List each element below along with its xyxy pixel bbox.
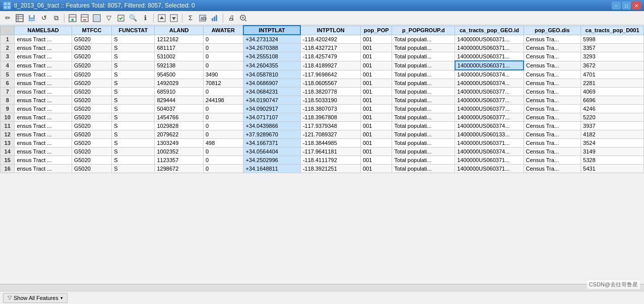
col-header-INTPTLON[interactable]: INTPTLON [300,26,360,35]
table-row[interactable]: 16ensus Tract ...G5020S12986720+34.16488… [1,165,644,173]
col-header-FUNCSTAT[interactable]: FUNCSTAT [112,26,155,35]
svg-rect-29 [216,15,217,21]
cell-ca_tracts_pop_D001: 3293 [581,52,644,61]
cell-ALAND: 1298672 [155,165,203,173]
zoom-button[interactable]: 🔍 [127,13,139,24]
cell-MTFCC: G5020 [72,147,111,156]
cell-MTFCC: G5020 [72,35,111,44]
col-header-pop_POPGROUP[interactable]: p_POPGROUP.d [392,26,455,35]
statistics-button[interactable]: Σ [185,13,196,24]
col-header-NAMELSAD[interactable]: NAMELSAD [15,26,72,35]
save-button[interactable] [26,13,37,24]
cell-pop_GEO_dis: Census Tra... [524,130,581,139]
table-row[interactable]: 1ensus Tract ...G5020S12121620+34.273132… [1,35,644,44]
cell-row_num: 5 [1,70,15,79]
cell-INTPTLON: -117.9698642 [300,70,360,79]
cell-pop_GEO_dis: Census Tra... [524,96,581,105]
table-row[interactable]: 9ensus Tract ...G5020S5040370+34.0902917… [1,105,644,113]
refresh-button[interactable]: ↺ [38,13,49,24]
table-row[interactable]: 2ensus Tract ...G5020S6811170+34.2670388… [1,44,644,52]
cell-INTPTLON: -118.4111792 [300,156,360,165]
cell-pop_POP: 001 [361,156,392,165]
cell-INTPTLAT: +34.0190747 [243,96,301,105]
print-button[interactable]: 🖨 [226,13,237,24]
cell-AWATER: 0 [203,61,243,70]
table-row[interactable]: 15ensus Tract ...G5020S11233570+34.25029… [1,156,644,165]
minimize-button[interactable]: − [612,2,621,10]
table-button[interactable] [14,13,25,24]
col-header-pop_GEO_dis[interactable]: pop_GEO.dis [524,26,581,35]
cell-pop_POPGROUP: Total populati... [392,113,455,122]
chart-button[interactable] [209,13,220,24]
table-row[interactable]: 3ensus Tract ...G5020S5310020+34.2555108… [1,52,644,61]
new-row-button[interactable] [67,13,78,24]
cell-row_num: 1 [1,35,15,44]
cell-INTPTLON: -117.9641181 [300,147,360,156]
cell-pop_POP: 001 [361,96,392,105]
svg-rect-10 [29,19,34,21]
cell-ca_tracts_pop_D001: 5328 [581,156,644,165]
table-row[interactable]: 13ensus Tract ...G5020S1303249498+34.166… [1,139,644,147]
identify-button[interactable]: ℹ [140,13,151,24]
field-calc-button[interactable]: abc [197,13,208,24]
cell-pop_POP: 001 [361,79,392,88]
close-button[interactable]: ✕ [632,2,641,10]
maximize-button[interactable]: □ [622,2,631,10]
col-header-ca_tracts_pop_D001[interactable]: ca_tracts_pop_D001 [581,26,644,35]
cell-pop_POP: 001 [361,122,392,130]
cell-ca_tracts_pop_D001: 3937 [581,122,644,130]
sep-2 [153,14,154,23]
table-row[interactable]: 14ensus Tract ...G5020S10023520+34.05644… [1,147,644,156]
cell-pop_POPGROUP: Total populati... [392,79,455,88]
copy-button[interactable]: ⧉ [50,13,61,24]
cell-INTPTLON: -117.9379348 [300,122,360,130]
move-down-button[interactable] [168,13,179,24]
col-header-AWATER[interactable]: AWATER [203,26,243,35]
table-row[interactable]: 11ensus Tract ...G5020S10298280+34.04398… [1,122,644,130]
cell-pop_POP: 001 [361,35,392,44]
select-button[interactable] [115,13,126,24]
table-row[interactable]: 12ensus Tract ...G5020S20796220+37.92896… [1,130,644,139]
table-row[interactable]: 4ensus Tract ...G5020S5921380+34.2604355… [1,61,644,70]
col-header-ca_tracts_pop_GEO_id[interactable]: ca_tracts_pop_GEO.id [455,26,524,35]
cell-ca_tracts_pop_D001: 4182 [581,130,644,139]
cell-ca_tracts_pop_GEO_id: 1400000US060374... [455,147,524,156]
cell-FUNCSTAT: S [112,52,155,61]
cell-NAMELSAD: ensus Tract ... [15,44,72,52]
cell-row_num: 3 [1,52,15,61]
table-row[interactable]: 7ensus Tract ...G5020S6859100+34.0684231… [1,88,644,96]
table-row[interactable]: 8ensus Tract ...G5020S829444244198+34.01… [1,96,644,105]
cell-pop_GEO_dis: Census Tra... [524,105,581,113]
cell-ALAND: 504037 [155,105,203,113]
col-header-INTPTLAT[interactable]: INTPTLAT [243,26,301,35]
cell-MTFCC: G5020 [72,70,111,79]
attribute-table[interactable]: NAMELSADMTFCCFUNCSTATALANDAWATERINTPTLAT… [0,25,644,284]
cell-INTPTLAT: +37.9289670 [243,130,301,139]
delete-row-button[interactable] [79,13,90,24]
cell-ca_tracts_pop_GEO_id: 1400000US060374... [455,122,524,130]
cell-pop_POPGROUP: Total populati... [392,44,455,52]
cell-ALAND: 829444 [155,96,203,105]
cell-FUNCSTAT: S [112,105,155,113]
table-row[interactable]: 6ensus Tract ...G5020S149202970812+34.06… [1,79,644,88]
cell-pop_POPGROUP: Total populati... [392,96,455,105]
col-header-pop_POP[interactable]: pop_POP [361,26,392,35]
select-all-button[interactable] [91,13,102,24]
filter-button[interactable]: ▽ [103,13,114,24]
edit-button[interactable]: ✏ [2,13,13,24]
cell-NAMELSAD: ensus Tract ... [15,88,72,96]
show-all-features-button[interactable]: ▽ Show All Features ▾ [3,293,68,303]
horizontal-scrollbar[interactable] [0,284,644,291]
move-up-button[interactable] [156,13,167,24]
col-header-row_num[interactable] [1,26,15,35]
cell-ALAND: 1002352 [155,147,203,156]
table-row[interactable]: 10ensus Tract ...G5020S14547660+34.07171… [1,113,644,122]
cell-INTPTLAT: +34.2731324 [243,35,301,44]
zoom-table-button[interactable] [238,13,249,24]
table-row[interactable]: 5ensus Tract ...G5020S9545003490+34.0587… [1,70,644,79]
col-header-ALAND[interactable]: ALAND [155,26,203,35]
svg-text:abc: abc [201,16,207,21]
col-header-MTFCC[interactable]: MTFCC [72,26,111,35]
cell-pop_GEO_dis: Census Tra... [524,35,581,44]
cell-pop_POP: 001 [361,130,392,139]
